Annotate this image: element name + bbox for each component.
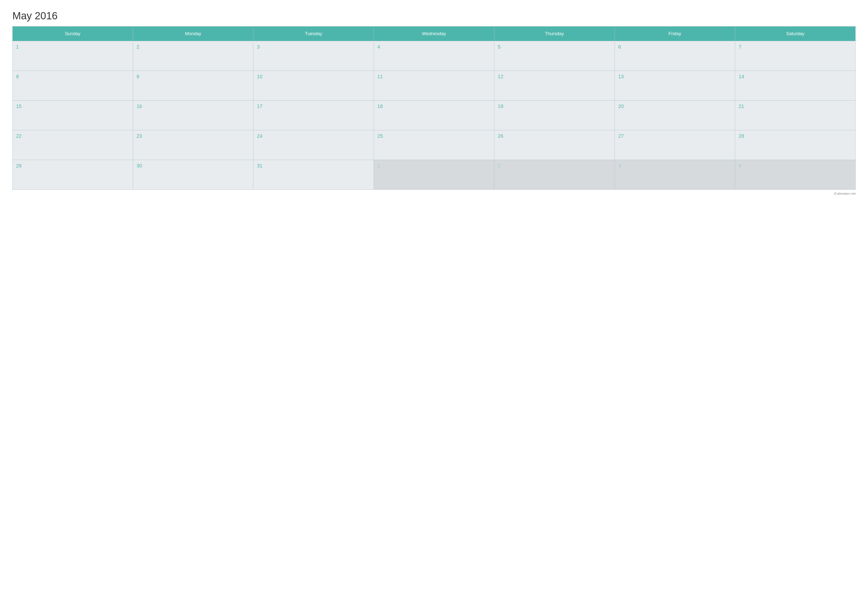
day-number: 2 <box>498 163 501 168</box>
calendar-day-cell[interactable]: 18 <box>374 101 494 130</box>
day-number: 13 <box>618 74 624 79</box>
calendar-day-cell[interactable]: 13 <box>615 71 735 101</box>
calendar-week-row: 891011121314 <box>12 71 856 101</box>
calendar-day-cell[interactable]: 19 <box>494 101 615 130</box>
calendar-table: Sunday Monday Tuesday Wednesday Thursday… <box>12 26 856 190</box>
calendar-day-cell[interactable]: 4 <box>735 160 856 190</box>
day-number: 3 <box>257 44 260 50</box>
calendar-day-cell[interactable]: 26 <box>494 130 615 160</box>
header-sunday: Sunday <box>12 26 133 41</box>
day-number: 25 <box>377 133 383 139</box>
day-number: 5 <box>498 44 501 50</box>
day-number: 10 <box>257 74 262 79</box>
day-number: 24 <box>257 133 262 139</box>
day-number: 28 <box>739 133 744 139</box>
day-number: 1 <box>377 163 380 168</box>
day-number: 8 <box>16 74 19 79</box>
day-number: 12 <box>498 74 503 79</box>
calendar-day-cell[interactable]: 10 <box>253 71 374 101</box>
day-number: 22 <box>16 133 22 139</box>
day-number: 9 <box>136 74 139 79</box>
calendar-day-cell[interactable]: 27 <box>615 130 735 160</box>
header-monday: Monday <box>133 26 253 41</box>
calendar-day-cell[interactable]: 5 <box>494 41 615 71</box>
calendar-day-cell[interactable]: 21 <box>735 101 856 130</box>
header-thursday: Thursday <box>494 26 615 41</box>
calendar-day-cell[interactable]: 14 <box>735 71 856 101</box>
calendar-day-cell[interactable]: 16 <box>133 101 253 130</box>
calendar-day-cell[interactable]: 9 <box>133 71 253 101</box>
day-number: 26 <box>498 133 503 139</box>
day-number: 4 <box>377 44 380 50</box>
calendar-day-cell[interactable]: 15 <box>12 101 133 130</box>
day-number: 11 <box>377 74 383 79</box>
calendar-day-cell[interactable]: 25 <box>374 130 494 160</box>
calendar-day-cell[interactable]: 22 <box>12 130 133 160</box>
calendar-week-row: 1234567 <box>12 41 856 71</box>
day-number: 19 <box>498 104 503 109</box>
calendar-day-cell[interactable]: 6 <box>615 41 735 71</box>
day-number: 31 <box>257 163 262 168</box>
day-number: 30 <box>136 163 142 168</box>
day-number: 14 <box>739 74 744 79</box>
day-number: 3 <box>618 163 621 168</box>
calendar-day-cell[interactable]: 7 <box>735 41 856 71</box>
calendar-week-row: 22232425262728 <box>12 130 856 160</box>
calendar-day-cell[interactable]: 29 <box>12 160 133 190</box>
calendar-day-cell[interactable]: 2 <box>133 41 253 71</box>
day-number: 1 <box>16 44 19 50</box>
footer-credit: iCalendars.net <box>12 192 856 196</box>
calendar-header-row: Sunday Monday Tuesday Wednesday Thursday… <box>12 26 856 41</box>
calendar-day-cell[interactable]: 31 <box>253 160 374 190</box>
calendar-day-cell[interactable]: 12 <box>494 71 615 101</box>
calendar-day-cell[interactable]: 23 <box>133 130 253 160</box>
calendar-day-cell[interactable]: 2 <box>494 160 615 190</box>
day-number: 2 <box>136 44 139 50</box>
header-tuesday: Tuesday <box>253 26 374 41</box>
calendar-week-row: 15161718192021 <box>12 101 856 130</box>
calendar-day-cell[interactable]: 28 <box>735 130 856 160</box>
day-number: 7 <box>739 44 741 50</box>
day-number: 18 <box>377 104 383 109</box>
header-friday: Friday <box>615 26 735 41</box>
calendar-day-cell[interactable]: 11 <box>374 71 494 101</box>
day-number: 20 <box>618 104 624 109</box>
calendar-day-cell[interactable]: 4 <box>374 41 494 71</box>
calendar-day-cell[interactable]: 24 <box>253 130 374 160</box>
calendar-day-cell[interactable]: 3 <box>253 41 374 71</box>
header-wednesday: Wednesday <box>374 26 494 41</box>
calendar-day-cell[interactable]: 8 <box>12 71 133 101</box>
calendar-day-cell[interactable]: 3 <box>615 160 735 190</box>
header-saturday: Saturday <box>735 26 856 41</box>
day-number: 21 <box>739 104 744 109</box>
page-title: May 2016 <box>12 10 856 22</box>
day-number: 27 <box>618 133 624 139</box>
day-number: 16 <box>136 104 142 109</box>
calendar-day-cell[interactable]: 20 <box>615 101 735 130</box>
day-number: 29 <box>16 163 22 168</box>
calendar-day-cell[interactable]: 1 <box>12 41 133 71</box>
day-number: 4 <box>739 163 741 168</box>
day-number: 23 <box>136 133 142 139</box>
calendar-day-cell[interactable]: 30 <box>133 160 253 190</box>
day-number: 17 <box>257 104 262 109</box>
day-number: 6 <box>618 44 621 50</box>
calendar-week-row: 2930311234 <box>12 160 856 190</box>
day-number: 15 <box>16 104 22 109</box>
calendar-day-cell[interactable]: 17 <box>253 101 374 130</box>
calendar-day-cell[interactable]: 1 <box>374 160 494 190</box>
